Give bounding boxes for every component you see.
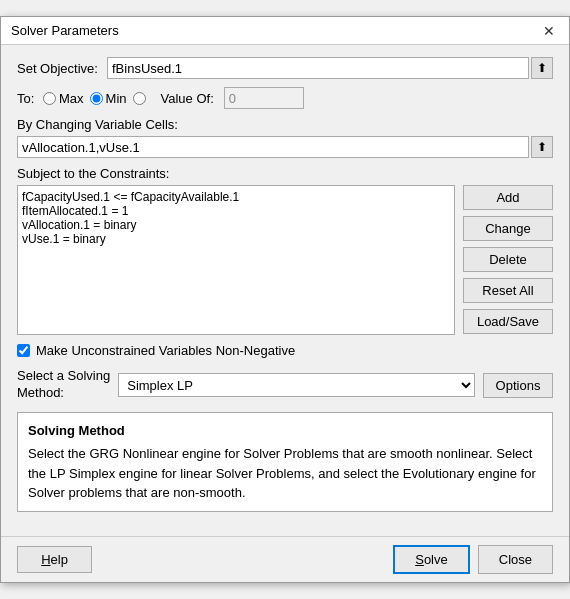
solving-method-box: Solving Method Select the GRG Nonlinear … bbox=[17, 412, 553, 512]
delete-label: Delete bbox=[489, 252, 527, 267]
radio-value-of[interactable]: Value Of: bbox=[133, 91, 218, 106]
to-row: To: Max Min Value Of: bbox=[17, 87, 553, 109]
change-button[interactable]: Change bbox=[463, 216, 553, 241]
footer-right: Solve Close bbox=[393, 545, 553, 574]
add-button[interactable]: Add bbox=[463, 185, 553, 210]
footer-left: Help bbox=[17, 546, 92, 573]
solving-method-label: Select a SolvingMethod: bbox=[17, 368, 110, 402]
dialog-footer: Help Solve Close bbox=[1, 536, 569, 582]
to-label: To: bbox=[17, 91, 43, 106]
options-label: Options bbox=[496, 378, 541, 393]
radio-group: Max Min Value Of: bbox=[43, 87, 304, 109]
radio-min-input[interactable] bbox=[90, 92, 103, 105]
solving-method-select[interactable]: Simplex LP GRG Nonlinear Evolutionary bbox=[118, 373, 475, 397]
reset-all-label: Reset All bbox=[482, 283, 533, 298]
close-label: Close bbox=[499, 552, 532, 567]
title-bar: Solver Parameters ✕ bbox=[1, 17, 569, 45]
solve-label: Solve bbox=[415, 552, 448, 567]
radio-min-label: Min bbox=[106, 91, 127, 106]
constraints-body: Add Change Delete Reset All Load/Save bbox=[17, 185, 553, 335]
options-button[interactable]: Options bbox=[483, 373, 553, 398]
dialog-title: Solver Parameters bbox=[11, 23, 119, 38]
constraints-textarea[interactable] bbox=[17, 185, 455, 335]
changing-cells-picker-icon[interactable]: ⬆ bbox=[531, 136, 553, 158]
objective-input[interactable] bbox=[107, 57, 529, 79]
method-description-title: Solving Method bbox=[28, 421, 542, 441]
reset-all-button[interactable]: Reset All bbox=[463, 278, 553, 303]
set-objective-row: Set Objective: ⬆ bbox=[17, 57, 553, 79]
change-label: Change bbox=[485, 221, 531, 236]
delete-button[interactable]: Delete bbox=[463, 247, 553, 272]
value-of-label: Value Of: bbox=[161, 91, 214, 106]
set-objective-label: Set Objective: bbox=[17, 61, 107, 76]
changing-cells-label: By Changing Variable Cells: bbox=[17, 117, 553, 132]
dialog-body: Set Objective: ⬆ To: Max Min Val bbox=[1, 45, 569, 536]
help-label: Help bbox=[41, 552, 68, 567]
solve-button[interactable]: Solve bbox=[393, 545, 470, 574]
close-icon[interactable]: ✕ bbox=[539, 24, 559, 38]
radio-value-of-input[interactable] bbox=[133, 92, 146, 105]
make-non-negative-label[interactable]: Make Unconstrained Variables Non-Negativ… bbox=[36, 343, 295, 358]
radio-max-input[interactable] bbox=[43, 92, 56, 105]
make-non-negative-row: Make Unconstrained Variables Non-Negativ… bbox=[17, 343, 553, 358]
constraints-buttons: Add Change Delete Reset All Load/Save bbox=[463, 185, 553, 335]
solver-parameters-dialog: Solver Parameters ✕ Set Objective: ⬆ To:… bbox=[0, 16, 570, 583]
constraints-section: Subject to the Constraints: Add Change D… bbox=[17, 166, 553, 335]
changing-cells-row: ⬆ bbox=[17, 136, 553, 158]
help-button[interactable]: Help bbox=[17, 546, 92, 573]
add-label: Add bbox=[496, 190, 519, 205]
changing-cells-input[interactable] bbox=[17, 136, 529, 158]
constraints-header: Subject to the Constraints: bbox=[17, 166, 553, 181]
load-save-label: Load/Save bbox=[477, 314, 539, 329]
solving-method-row: Select a SolvingMethod: Simplex LP GRG N… bbox=[17, 368, 553, 402]
radio-max-label: Max bbox=[59, 91, 84, 106]
method-description-text: Select the GRG Nonlinear engine for Solv… bbox=[28, 444, 542, 503]
radio-min[interactable]: Min bbox=[90, 91, 127, 106]
close-button[interactable]: Close bbox=[478, 545, 553, 574]
radio-max[interactable]: Max bbox=[43, 91, 84, 106]
load-save-button[interactable]: Load/Save bbox=[463, 309, 553, 334]
objective-input-wrap: ⬆ bbox=[107, 57, 553, 79]
make-non-negative-checkbox[interactable] bbox=[17, 344, 30, 357]
value-of-input[interactable] bbox=[224, 87, 304, 109]
objective-picker-icon[interactable]: ⬆ bbox=[531, 57, 553, 79]
